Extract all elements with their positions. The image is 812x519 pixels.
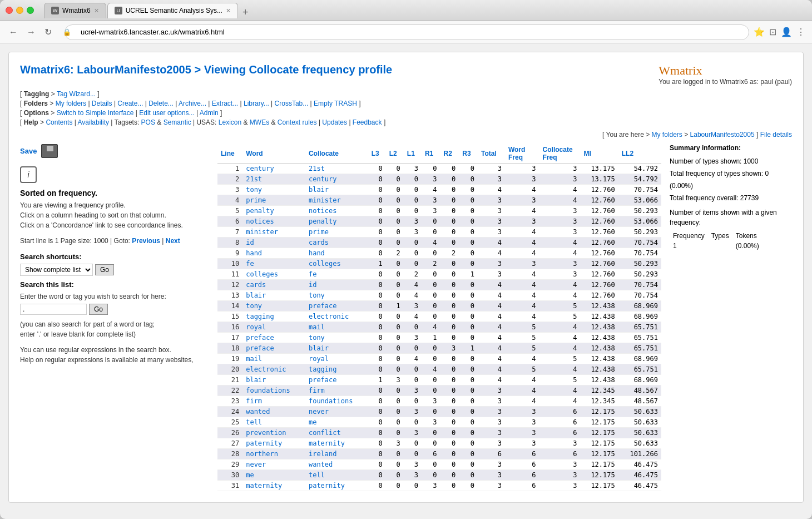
collocate-link[interactable]: colleges bbox=[309, 260, 341, 268]
search-this-list-input[interactable] bbox=[20, 304, 87, 315]
word-link[interactable]: blair bbox=[246, 291, 266, 299]
nav-availability[interactable]: Availability bbox=[78, 118, 109, 126]
nav-admin[interactable]: Admin bbox=[200, 109, 219, 117]
breadcrumb-file-details[interactable]: File details bbox=[760, 131, 792, 139]
nav-edit-user-options[interactable]: Edit user options... bbox=[139, 109, 194, 117]
word-link[interactable]: blair bbox=[246, 376, 266, 384]
bookmark-icon[interactable]: ⭐ bbox=[754, 27, 765, 37]
col-word[interactable]: Word bbox=[242, 144, 305, 164]
word-link[interactable]: tagging bbox=[246, 313, 274, 320]
collocate-link[interactable]: maternity bbox=[309, 439, 345, 447]
collocate-link[interactable]: fe bbox=[309, 270, 316, 278]
nav-crosstab[interactable]: CrossTab... bbox=[275, 100, 309, 107]
word-link[interactable]: foundations bbox=[246, 387, 290, 394]
nav-contents[interactable]: Contents bbox=[46, 118, 72, 126]
breadcrumb-my-folders[interactable]: My folders bbox=[651, 131, 682, 139]
word-link[interactable]: tony bbox=[246, 302, 262, 310]
collocate-link[interactable]: me bbox=[309, 418, 316, 426]
next-page-link[interactable]: Next bbox=[166, 237, 180, 245]
word-link[interactable]: prime bbox=[246, 196, 266, 204]
maximize-button[interactable] bbox=[27, 7, 34, 14]
collocate-link[interactable]: minister bbox=[309, 196, 341, 204]
minimize-button[interactable] bbox=[16, 7, 23, 14]
collocate-link[interactable]: hand bbox=[309, 249, 325, 257]
profile-icon[interactable]: 👤 bbox=[781, 27, 792, 37]
word-link[interactable]: royal bbox=[246, 323, 266, 331]
word-link[interactable]: tony bbox=[246, 186, 262, 194]
collocate-link[interactable]: conflict bbox=[309, 429, 341, 437]
prev-page-link[interactable]: Previous bbox=[132, 237, 160, 245]
collocate-link[interactable]: tony bbox=[309, 291, 325, 299]
collocate-link[interactable]: tell bbox=[309, 471, 325, 479]
nav-simple-interface[interactable]: Switch to Simple Interface bbox=[57, 109, 134, 117]
info-icon[interactable]: i bbox=[20, 166, 37, 183]
word-link[interactable]: id bbox=[246, 239, 254, 246]
word-link[interactable]: electronic bbox=[246, 365, 286, 373]
nav-mwes[interactable]: MWEs bbox=[250, 118, 269, 126]
word-link[interactable]: preface bbox=[246, 344, 274, 352]
search-this-list-go-btn[interactable]: Go bbox=[89, 304, 108, 315]
collocate-link[interactable]: 21st bbox=[309, 165, 325, 172]
word-link[interactable]: never bbox=[246, 461, 266, 468]
close-button[interactable] bbox=[6, 7, 13, 14]
word-link[interactable]: paternity bbox=[246, 439, 282, 447]
collocate-link[interactable]: paternity bbox=[309, 482, 345, 490]
collocate-link[interactable]: tagging bbox=[309, 365, 337, 373]
col-r2[interactable]: R2 bbox=[440, 144, 459, 164]
nav-library[interactable]: Library... bbox=[244, 100, 269, 107]
col-line[interactable]: Line bbox=[217, 144, 242, 164]
col-l2[interactable]: L2 bbox=[386, 144, 404, 164]
nav-extract[interactable]: Extract... bbox=[212, 100, 238, 107]
word-link[interactable]: prevention bbox=[246, 429, 286, 437]
word-link[interactable]: me bbox=[246, 471, 254, 479]
word-link[interactable]: mail bbox=[246, 355, 262, 363]
nav-my-folders[interactable]: My folders bbox=[56, 100, 86, 107]
col-total[interactable]: Total bbox=[478, 144, 505, 164]
nav-create[interactable]: Create... bbox=[117, 100, 143, 107]
word-link[interactable]: hand bbox=[246, 249, 262, 257]
collocate-link[interactable]: blair bbox=[309, 344, 329, 352]
word-link[interactable]: cards bbox=[246, 281, 266, 289]
collocate-link[interactable]: century bbox=[309, 175, 337, 183]
collocate-link[interactable]: electronic bbox=[309, 313, 349, 320]
search-shortcuts-go-btn[interactable]: Go bbox=[95, 264, 114, 275]
nav-details[interactable]: Details bbox=[92, 100, 112, 107]
collocate-link[interactable]: royal bbox=[309, 355, 329, 363]
word-link[interactable]: tell bbox=[246, 418, 262, 426]
col-r1[interactable]: R1 bbox=[422, 144, 440, 164]
col-collocate[interactable]: Collocate bbox=[305, 144, 368, 164]
word-link[interactable]: fe bbox=[246, 260, 254, 268]
collocate-link[interactable]: ireland bbox=[309, 450, 337, 458]
nav-tag-wizard[interactable]: Tag Wizard... bbox=[57, 90, 96, 98]
col-mi[interactable]: MI bbox=[581, 144, 618, 164]
word-link[interactable]: northern bbox=[246, 450, 278, 458]
back-button[interactable]: ← bbox=[7, 25, 20, 39]
save-link[interactable]: Save bbox=[20, 147, 37, 155]
collocate-link[interactable]: foundations bbox=[309, 397, 353, 405]
collocate-link[interactable]: penalty bbox=[309, 218, 337, 225]
collocate-link[interactable]: notices bbox=[309, 207, 337, 215]
breadcrumb-corpus[interactable]: LabourManifesto2005 bbox=[690, 131, 755, 139]
nav-semantic[interactable]: Semantic bbox=[164, 118, 191, 126]
word-link[interactable]: minister bbox=[246, 228, 278, 236]
nav-lexicon[interactable]: Lexicon bbox=[219, 118, 241, 126]
word-link[interactable]: century bbox=[246, 165, 274, 172]
nav-archive[interactable]: Archive... bbox=[179, 100, 206, 107]
new-tab-button[interactable]: + bbox=[239, 7, 252, 18]
collocate-link[interactable]: mail bbox=[309, 323, 325, 331]
forward-button[interactable]: → bbox=[24, 25, 38, 39]
word-link[interactable]: firm bbox=[246, 397, 262, 405]
collocate-link[interactable]: cards bbox=[309, 239, 329, 246]
tab-close-1[interactable]: ✕ bbox=[94, 7, 99, 14]
tab-wmatrix6[interactable]: W Wmatrix6 ✕ bbox=[44, 3, 106, 18]
collocate-link[interactable]: never bbox=[309, 408, 329, 416]
col-r3[interactable]: R3 bbox=[459, 144, 478, 164]
word-link[interactable]: 21st bbox=[246, 175, 262, 183]
word-link[interactable]: wanted bbox=[246, 408, 270, 416]
save-icon[interactable] bbox=[41, 144, 58, 158]
collocate-link[interactable]: id bbox=[309, 281, 316, 289]
nav-empty-trash[interactable]: Empty TRASH bbox=[314, 100, 357, 107]
tab-ucrel[interactable]: U UCREL Semantic Analysis Sys... ✕ bbox=[107, 3, 238, 18]
collocate-link[interactable]: preface bbox=[309, 376, 337, 384]
collocate-link[interactable]: preface bbox=[309, 302, 337, 310]
